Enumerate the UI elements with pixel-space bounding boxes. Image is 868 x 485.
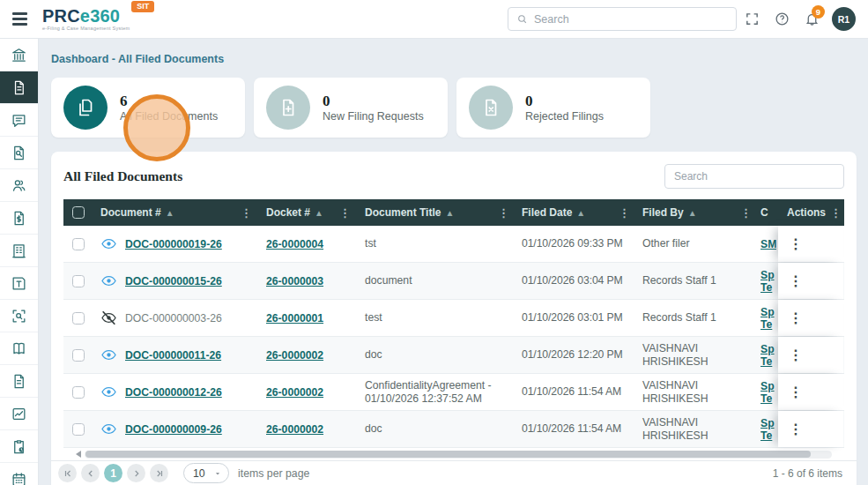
column-menu-icon[interactable]: ⋮ xyxy=(830,206,842,220)
breadcrumb: Dashboard - All Filed Documents xyxy=(39,39,868,78)
column-header-clipped: C xyxy=(759,199,778,226)
sidebar-item-building[interactable] xyxy=(0,235,38,267)
document-number-link[interactable]: DOC-000000019-26 xyxy=(125,238,222,250)
docket-number-link[interactable]: 26-0000001 xyxy=(266,312,323,325)
horizontal-scrollbar xyxy=(76,449,832,459)
sidebar-item-calendar[interactable] xyxy=(0,463,38,485)
sidebar-item-chat[interactable] xyxy=(0,104,38,137)
row-checkbox[interactable] xyxy=(72,312,85,325)
eye-icon[interactable] xyxy=(100,272,117,289)
row-actions-menu-icon[interactable]: ⋮ xyxy=(789,348,803,362)
column-menu-icon[interactable]: ⋮ xyxy=(498,206,509,220)
eye-icon[interactable] xyxy=(100,421,117,437)
first-page-button[interactable] xyxy=(58,464,77,482)
user-avatar[interactable]: R1 xyxy=(832,7,856,31)
fullscreen-icon[interactable] xyxy=(737,4,767,34)
column-menu-icon[interactable]: ⋮ xyxy=(339,206,351,220)
select-all-checkbox[interactable] xyxy=(72,206,85,219)
column-header-document-number[interactable]: Document #▲⋮ xyxy=(93,199,259,226)
docket-number-link[interactable]: 26-0000002 xyxy=(266,423,323,436)
previous-page-button[interactable] xyxy=(81,464,100,482)
scrollbar-track[interactable] xyxy=(85,451,832,459)
eye-icon[interactable] xyxy=(100,235,117,252)
filed-date-text: 01/10/2026 12:20 PM xyxy=(522,348,623,362)
stat-card-new-filing-requests[interactable]: 0New Filing Requests xyxy=(254,78,448,138)
sidebar-item-scan-search[interactable] xyxy=(0,300,38,332)
column-menu-icon[interactable]: ⋮ xyxy=(241,206,252,220)
menu-icon[interactable] xyxy=(0,12,39,25)
last-page-button[interactable] xyxy=(150,464,168,482)
sort-asc-icon: ▲ xyxy=(166,208,174,218)
clipped-link[interactable]: SpTe xyxy=(760,306,775,331)
sidebar-item-ledger[interactable] xyxy=(0,332,38,365)
page-size-dropdown[interactable]: 10 xyxy=(183,463,229,483)
document-number-link[interactable]: DOC-000000011-26 xyxy=(125,349,221,362)
docket-number-link[interactable]: 26-0000004 xyxy=(266,238,323,250)
row-checkbox[interactable] xyxy=(72,386,85,399)
stat-card-all-filed-documents[interactable]: 6All Filed Documents xyxy=(51,78,245,138)
sidebar xyxy=(0,39,39,485)
page-number-button[interactable]: 1 xyxy=(104,464,122,482)
environment-badge: SIT xyxy=(131,1,154,12)
column-header-document-title[interactable]: Document Title▲⋮ xyxy=(358,199,516,226)
analytics-icon xyxy=(11,406,27,422)
sidebar-item-analytics[interactable] xyxy=(0,398,38,430)
column-header-actions: Actions⋮ xyxy=(778,199,843,226)
document-number-link[interactable]: DOC-000000009-26 xyxy=(125,423,222,436)
row-checkbox[interactable] xyxy=(72,349,85,362)
docket-number-link[interactable]: 26-0000002 xyxy=(266,386,323,399)
clipped-link[interactable]: SpTe xyxy=(760,417,775,442)
row-actions-menu-icon[interactable]: ⋮ xyxy=(789,237,803,251)
clipped-link[interactable]: SM xyxy=(760,238,776,250)
stat-cards: 6All Filed Documents0New Filing Requests… xyxy=(39,78,868,138)
row-actions-menu-icon[interactable]: ⋮ xyxy=(789,311,803,325)
row-actions-menu-icon[interactable]: ⋮ xyxy=(789,274,803,288)
column-menu-icon[interactable]: ⋮ xyxy=(740,206,752,220)
docket-number-link[interactable]: 26-0000003 xyxy=(266,275,323,287)
document-number-link[interactable]: DOC-000000012-26 xyxy=(125,386,222,399)
sidebar-item-bank[interactable] xyxy=(0,39,38,71)
sidebar-item-file[interactable] xyxy=(0,365,38,398)
row-actions-menu-icon[interactable]: ⋮ xyxy=(789,385,803,399)
column-menu-icon[interactable]: ⋮ xyxy=(619,206,630,220)
table-search-input[interactable] xyxy=(664,164,844,189)
filed-documents-panel: All Filed Documents Document #▲⋮ Docket … xyxy=(51,152,857,485)
filed-by-text: VAISHNAVI HRISHIKESH xyxy=(642,379,752,405)
brand-secondary: e360 xyxy=(80,6,120,26)
sidebar-item-users[interactable] xyxy=(0,169,38,202)
global-search xyxy=(508,7,737,31)
filed-by-text: Records Staff 1 xyxy=(642,311,716,325)
sidebar-item-documents[interactable] xyxy=(0,71,38,104)
clipped-link[interactable]: SpTe xyxy=(760,380,775,405)
app-logo[interactable]: PRCe360 e-Filing & Case Management Syste… xyxy=(42,7,160,32)
sidebar-item-invoice[interactable] xyxy=(0,202,38,235)
building-icon xyxy=(11,242,27,259)
chat-icon xyxy=(11,112,27,129)
eye-icon[interactable] xyxy=(100,347,117,363)
sidebar-item-clipboard-clock[interactable] xyxy=(0,430,38,463)
eye-off-icon[interactable] xyxy=(100,310,117,326)
eye-icon[interactable] xyxy=(100,384,117,400)
global-search-input[interactable] xyxy=(534,13,728,26)
row-actions-menu-icon[interactable]: ⋮ xyxy=(789,422,803,436)
row-checkbox[interactable] xyxy=(72,275,85,287)
row-checkbox[interactable] xyxy=(72,238,85,250)
sidebar-item-document-search[interactable] xyxy=(0,137,38,169)
help-icon[interactable] xyxy=(767,4,797,34)
notifications-bell-icon[interactable]: 9 xyxy=(797,4,827,34)
column-header-docket-number[interactable]: Docket #▲⋮ xyxy=(259,199,358,226)
table-row: DOC-000000012-2626-0000002Confidentialit… xyxy=(63,374,844,411)
stat-card-rejected-filings[interactable]: 0Rejected Filings xyxy=(456,78,650,138)
clipped-link[interactable]: SpTe xyxy=(760,269,775,294)
clipped-link[interactable]: SpTe xyxy=(760,343,775,368)
next-page-button[interactable] xyxy=(127,464,145,482)
scrollbar-thumb[interactable] xyxy=(85,451,811,458)
column-header-filed-date[interactable]: Filed Date▲⋮ xyxy=(516,199,635,226)
document-number-link[interactable]: DOC-000000015-26 xyxy=(125,275,222,287)
scroll-left-arrow-icon[interactable] xyxy=(76,451,81,458)
sidebar-item-note[interactable] xyxy=(0,267,38,300)
column-header-filed-by[interactable]: Filed By▲⋮ xyxy=(635,199,759,226)
row-checkbox[interactable] xyxy=(72,423,85,436)
clipboard-clock-icon xyxy=(11,438,27,455)
docket-number-link[interactable]: 26-0000002 xyxy=(266,349,323,362)
